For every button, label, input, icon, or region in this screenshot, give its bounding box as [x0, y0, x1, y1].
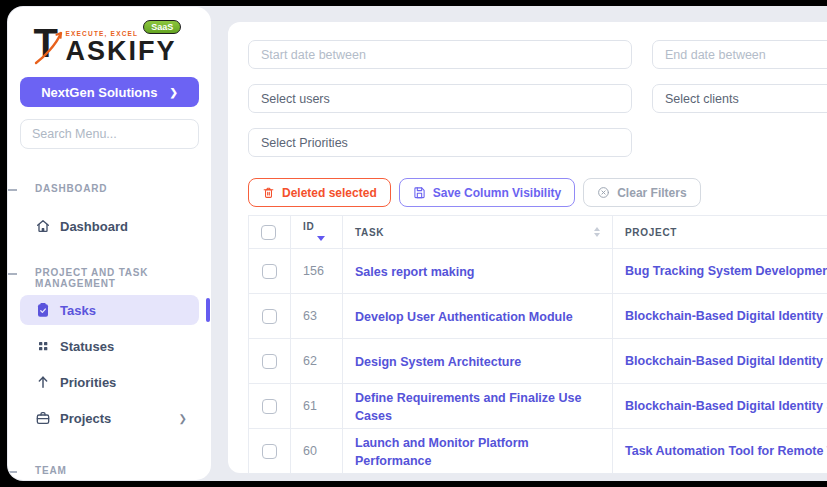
arrow-up-icon	[35, 374, 51, 390]
section-dash-icon	[8, 471, 17, 473]
task-id: 63	[291, 294, 343, 339]
task-id: 60	[291, 429, 343, 474]
table-row: 156 Sales report making Bug Tracking Sys…	[249, 249, 827, 294]
briefcase-icon	[35, 410, 51, 426]
task-id: 62	[291, 339, 343, 384]
sort-desc-icon[interactable]	[317, 236, 325, 241]
select-all-checkbox[interactable]	[261, 225, 276, 240]
sidebar: T EXECUTE, EXCEL SaaS ASKIFY NextGen Sol…	[8, 7, 211, 480]
select-priorities-dropdown[interactable]: Select Priorities	[248, 128, 632, 157]
app-window: T EXECUTE, EXCEL SaaS ASKIFY NextGen Sol…	[7, 6, 827, 481]
project-link[interactable]: Bug Tracking System Development	[625, 264, 827, 278]
sidebar-item-priorities[interactable]: Priorities	[20, 367, 199, 397]
table-header-row: ID TASK PROJECT	[249, 216, 827, 249]
home-icon	[35, 218, 51, 234]
sidebar-item-label: Dashboard	[60, 219, 128, 234]
sidebar-item-projects[interactable]: Projects ❯	[20, 403, 199, 433]
column-header-task[interactable]: TASK	[343, 216, 613, 249]
table-row: 61 Define Requirements and Finalize Use …	[249, 384, 827, 429]
trash-icon	[262, 186, 275, 199]
section-dashboard: DASHBOARD	[8, 183, 211, 195]
clear-icon	[597, 186, 610, 199]
delete-selected-button[interactable]: Deleted selected	[248, 178, 391, 207]
clipboard-check-icon	[35, 302, 51, 318]
row-checkbox[interactable]	[262, 354, 277, 369]
save-column-visibility-button[interactable]: Save Column Visibility	[399, 178, 575, 207]
filters: Select users Select clients Select Prior…	[248, 40, 827, 157]
save-icon	[413, 186, 426, 199]
tasks-panel: Select users Select clients Select Prior…	[228, 22, 827, 473]
table-body: 156 Sales report making Bug Tracking Sys…	[249, 249, 827, 474]
sidebar-item-statuses[interactable]: Statuses	[20, 331, 199, 361]
active-item-indicator	[206, 298, 210, 322]
sidebar-item-label: Tasks	[60, 303, 96, 318]
chevron-right-icon: ❯	[179, 413, 187, 424]
column-header-project: PROJECT	[613, 216, 827, 249]
taskify-logo: T EXECUTE, EXCEL SaaS ASKIFY	[34, 21, 186, 67]
workspace-name: NextGen Solutions	[41, 85, 157, 100]
project-link[interactable]: Blockchain-Based Digital Identity System	[625, 399, 827, 413]
task-link[interactable]: Define Requirements and Finalize Use Cas…	[355, 391, 581, 423]
end-date-filter-input[interactable]	[652, 40, 827, 69]
project-link[interactable]: Blockchain-Based Digital Identity System	[625, 354, 827, 368]
chevron-right-icon: ❯	[169, 87, 177, 98]
task-id: 61	[291, 384, 343, 429]
sidebar-item-label: Priorities	[60, 375, 116, 390]
sidebar-item-label: Projects	[60, 411, 111, 426]
section-project-task-management: PROJECT AND TASK MANAGEMENT	[8, 267, 211, 279]
row-checkbox[interactable]	[262, 309, 277, 324]
select-clients-dropdown[interactable]: Select clients	[652, 84, 827, 113]
table-row: 62 Design System Architecture Blockchain…	[249, 339, 827, 384]
project-link[interactable]: Blockchain-Based Digital Identity System	[625, 309, 827, 323]
start-date-filter-input[interactable]	[248, 40, 632, 69]
row-checkbox[interactable]	[262, 444, 277, 459]
task-link[interactable]: Sales report making	[355, 265, 475, 279]
section-team: TEAM	[8, 465, 211, 477]
column-header-id[interactable]: ID	[291, 216, 343, 249]
sidebar-item-dashboard[interactable]: Dashboard	[20, 211, 199, 241]
saas-badge: SaaS	[143, 20, 181, 34]
row-checkbox[interactable]	[262, 399, 277, 414]
search-menu-input[interactable]	[20, 119, 199, 149]
task-link[interactable]: Design System Architecture	[355, 355, 521, 369]
task-link[interactable]: Launch and Monitor Platform Performance	[355, 436, 529, 468]
table-row: 63 Develop User Authentication Module Bl…	[249, 294, 827, 339]
section-dash-icon	[8, 273, 17, 275]
sidebar-item-tasks[interactable]: Tasks	[20, 295, 199, 325]
workspace-switcher-button[interactable]: NextGen Solutions ❯	[20, 77, 199, 107]
section-dash-icon	[8, 189, 17, 191]
sidebar-item-label: Statuses	[60, 339, 114, 354]
table-row: 60 Launch and Monitor Platform Performan…	[249, 429, 827, 474]
grid-icon	[35, 338, 51, 354]
logo-wordmark: ASKIFY	[66, 37, 182, 65]
logo-swoosh-icon	[30, 27, 66, 65]
table-toolbar: Deleted selected Save Column Visibility …	[248, 178, 827, 207]
tasks-table: ID TASK PROJECT 156 Sales report making …	[248, 215, 827, 474]
task-id: 156	[291, 249, 343, 294]
row-checkbox[interactable]	[262, 264, 277, 279]
project-link[interactable]: Task Automation Tool for Remote Teams	[625, 444, 827, 458]
clear-filters-button[interactable]: Clear Filters	[583, 178, 700, 207]
task-link[interactable]: Develop User Authentication Module	[355, 310, 573, 324]
sort-icon[interactable]	[594, 227, 600, 237]
select-users-dropdown[interactable]: Select users	[248, 84, 632, 113]
